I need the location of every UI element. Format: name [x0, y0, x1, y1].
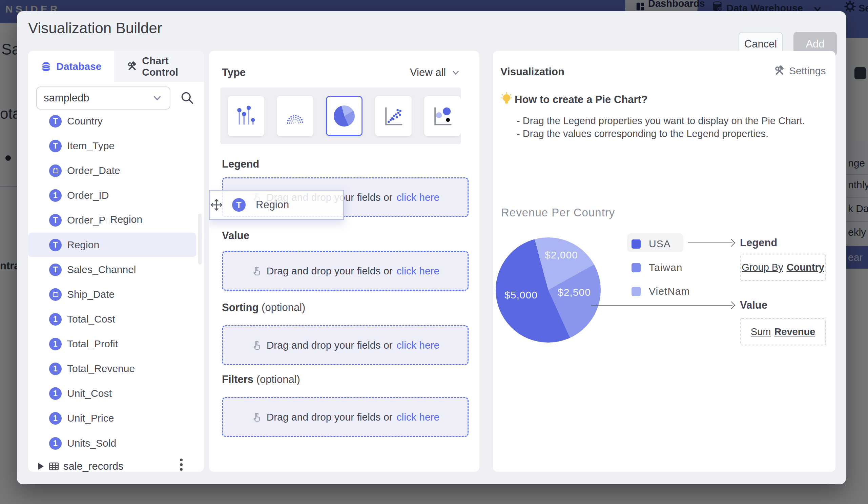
date-field-icon [49, 164, 62, 177]
search-button[interactable] [179, 90, 195, 105]
field-name: Total_Profit [67, 338, 118, 350]
field-name: Unit_Cost [67, 388, 112, 399]
text-field-icon: T [232, 198, 246, 212]
visualization-panel: Visualization Settings [493, 51, 836, 472]
kebab-menu-icon[interactable] [180, 458, 183, 461]
date-field-icon [49, 288, 62, 301]
number-field-icon: 1 [49, 412, 62, 425]
search-icon [179, 90, 195, 105]
dragging-field-chip[interactable]: T Region [209, 190, 344, 220]
chart-type-bubble[interactable] [424, 96, 461, 136]
annotation-arrowhead [728, 302, 735, 309]
expand-triangle-icon[interactable] [38, 463, 44, 470]
bubble-chart-icon [432, 104, 453, 128]
field-row[interactable]: 1 Total_Cost [28, 307, 196, 331]
legend-item-taiwan[interactable]: Taiwan [631, 262, 682, 273]
database-icon [41, 61, 52, 72]
legend-section-label: Legend [222, 158, 259, 170]
table-icon [49, 461, 59, 472]
legend-label: Taiwan [649, 262, 682, 273]
drag-ghost-region: Region [105, 209, 166, 230]
tab-chart-control[interactable]: Chart Control [114, 51, 204, 82]
section-label-legend: Legend [222, 158, 259, 170]
sum-revenue-box[interactable]: Sum Revenue [740, 318, 826, 345]
text-field-icon: T [49, 239, 62, 251]
tools-icon [774, 65, 785, 76]
database-panel: Database Chart Control sampledb [28, 51, 204, 472]
text-field-icon: T [49, 115, 62, 128]
scrollbar-thumb[interactable] [198, 214, 202, 264]
modal-title: Visualization Builder [28, 20, 162, 37]
field-row[interactable]: 1 Units_Sold [28, 431, 196, 455]
legend-item-vietnam[interactable]: VietNam [631, 285, 690, 297]
annotation-arrow [688, 242, 733, 243]
field-row[interactable]: 1 Total_Revenue [28, 356, 196, 381]
sorting-dropzone[interactable]: Drag and drop your fields or click here [222, 325, 468, 365]
section-label-value: Value [222, 230, 249, 242]
slice-label-usa: $5,000 [505, 289, 538, 301]
number-field-icon: 1 [49, 387, 62, 400]
table-name: sale_records [63, 460, 123, 472]
tab-database-label: Database [56, 61, 101, 72]
visualization-builder-modal: Visualization Builder Cancel Add Databas… [17, 11, 846, 484]
field-row[interactable]: Order_Date [28, 158, 196, 183]
group-by-prefix: Group By [742, 262, 783, 273]
legend-swatch [631, 240, 641, 249]
chevron-down-icon [451, 68, 461, 78]
field-name: Order_Date [67, 165, 120, 177]
tip-line: - Drag the Legend properties you want to… [517, 115, 805, 127]
chart-type-lollipop[interactable] [228, 96, 264, 136]
dropzone-text: Drag and drop your fields or [267, 411, 393, 423]
filters-dropzone[interactable]: Drag and drop your fields or click here [222, 397, 468, 437]
value-annotation-heading: Value [740, 299, 767, 311]
field-row[interactable]: T Item_Type [28, 134, 196, 158]
pie-chart-icon [334, 105, 355, 127]
field-row[interactable]: T Sales_Channel [28, 258, 196, 282]
legend-item-usa[interactable]: USA [631, 238, 671, 250]
field-row[interactable]: 1 Unit_Cost [28, 381, 196, 406]
field-name: Units_Sold [67, 437, 116, 449]
field-name: Region [67, 239, 99, 251]
dropzone-text: Drag and drop your fields or [267, 340, 393, 351]
view-all-label: View all [410, 67, 446, 79]
screen: NSIDER Dashboards Data Warehouse [0, 0, 868, 504]
settings-button[interactable]: Settings [774, 65, 826, 77]
group-by-box[interactable]: Group By Country [740, 254, 826, 281]
number-field-icon: 1 [49, 363, 62, 375]
drag-ghost-label: Region [110, 214, 142, 225]
dropzone-click-here-link[interactable]: click here [397, 192, 440, 203]
dropzone-click-here-link[interactable]: click here [397, 265, 440, 277]
database-select[interactable]: sampledb [36, 87, 170, 110]
field-name: Total_Revenue [67, 363, 135, 374]
field-row[interactable]: Ship_Date [28, 282, 196, 306]
annotation-arrow [591, 305, 733, 305]
chart-type-strip [220, 88, 461, 144]
field-row[interactable]: T Country [28, 109, 196, 133]
chart-type-arc[interactable] [277, 96, 313, 136]
dropzone-click-here-link[interactable]: click here [397, 411, 440, 423]
field-row[interactable]: 1 Total_Profit [28, 332, 196, 356]
legend-annotation-heading: Legend [740, 237, 777, 249]
table-row-sale-records[interactable]: sale_records [28, 455, 196, 472]
field-row[interactable]: 1 Unit_Price [28, 406, 196, 431]
legend-swatch [631, 287, 641, 296]
dropzone-click-here-link[interactable]: click here [397, 340, 440, 351]
text-field-icon: T [49, 263, 62, 276]
chart-type-pie-selected[interactable] [326, 96, 362, 136]
sum-prefix: Sum [751, 326, 771, 337]
chart-type-scatter[interactable] [375, 96, 412, 136]
tab-database[interactable]: Database [28, 51, 114, 82]
scatter-chart-icon [383, 104, 404, 128]
field-row-region-selected[interactable]: T Region [28, 233, 196, 257]
move-icon [210, 198, 223, 212]
field-name: Item_Type [67, 140, 114, 152]
lightbulb-icon [500, 92, 513, 107]
sum-field: Revenue [774, 326, 815, 337]
view-all-button[interactable]: View all [410, 67, 461, 79]
drag-chip-label: Region [256, 199, 289, 211]
value-section-label: Value [222, 230, 249, 242]
chevron-down-icon [152, 92, 163, 104]
value-dropzone[interactable]: Drag and drop your fields or click here [222, 251, 468, 291]
filters-optional-suffix: (optional) [254, 373, 300, 385]
field-row[interactable]: 1 Order_ID [28, 183, 196, 208]
